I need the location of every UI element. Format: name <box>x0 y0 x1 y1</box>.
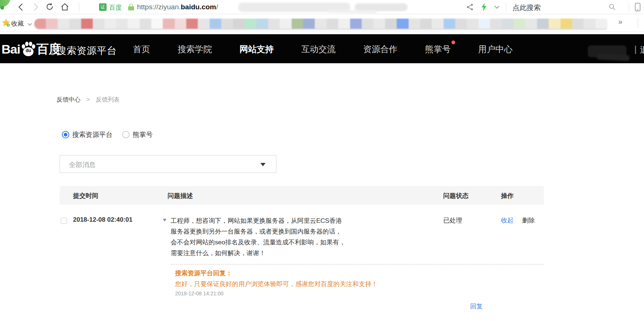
logo-divider: | <box>51 45 54 56</box>
reply-link[interactable]: 回复 <box>470 302 483 311</box>
browser-logo-dot <box>0 6 4 10</box>
nav-item-搜索学院[interactable]: 搜索学院 <box>178 44 212 55</box>
bookmarks-bar: 收藏 » <box>0 15 644 32</box>
col-question: 问题描述 <box>168 192 193 200</box>
share-icon[interactable] <box>466 3 475 12</box>
dropdown-selected-value: 全部消息 <box>69 160 96 169</box>
baidu-logo-latin: Bai <box>1 42 20 57</box>
search-icon[interactable] <box>608 3 617 12</box>
user-divider: | <box>634 44 637 54</box>
dropdown-caret-icon <box>260 163 266 166</box>
chevron-down-icon[interactable] <box>25 20 34 29</box>
nav-item-资源合作[interactable]: 资源合作 <box>363 44 397 55</box>
chevron-down-icon[interactable] <box>492 3 501 12</box>
bookmarks-overflow-chevron[interactable]: » <box>618 17 622 26</box>
row-checkbox[interactable] <box>61 218 67 224</box>
platform-radio-group: 搜索资源平台 熊掌号 <box>62 130 159 139</box>
collapse-triangle-icon[interactable] <box>163 219 166 222</box>
reply-timestamp: 2018-12-08 14:21:00 <box>175 290 223 296</box>
table-header: 提交时间 问题描述 问题状态 操作 <box>60 186 544 205</box>
search-input[interactable]: 点此搜索 <box>513 3 541 13</box>
nav-item-首页[interactable]: 首页 <box>133 44 150 55</box>
site-navbar: Bai du 百度 | 搜索资源平台 首页搜索学院网站支持互动交流资源合作熊掌号… <box>0 34 644 63</box>
reply-body: 您好，只要保证良好的用户浏览体验即可，感谢您对百度的关注和支持！ <box>175 280 378 288</box>
collapse-link[interactable]: 收起 <box>501 216 514 225</box>
favorites-label[interactable]: 收藏 <box>11 19 24 28</box>
nav-item-网站支持[interactable]: 网站支持 <box>239 44 274 55</box>
mobile-phone-icon[interactable] <box>633 3 642 12</box>
radio-xiongzhang-label[interactable]: 熊掌号 <box>133 130 153 139</box>
cert-badge-icon[interactable]: 证 <box>99 3 107 11</box>
reply-divider <box>171 264 544 264</box>
toolbar-divider <box>79 3 79 11</box>
delete-link[interactable]: 删除 <box>522 216 535 225</box>
breadcrumb-feedback-list: 反馈列表 <box>96 96 120 103</box>
message-type-dropdown[interactable]: 全部消息 <box>60 155 276 173</box>
radio-xiongzhang[interactable] <box>122 131 130 138</box>
url-redaction <box>355 3 407 11</box>
back-icon[interactable] <box>16 3 25 12</box>
toolbar-divider <box>629 3 629 11</box>
col-submit-time: 提交时间 <box>73 192 98 200</box>
question-text: 工程师，想咨询下，网站如果更换服务器，从阿里云ECS香港 服务器更换到另外一台服… <box>171 215 345 259</box>
platform-name[interactable]: 搜索资源平台 <box>57 44 117 57</box>
radio-search-platform[interactable] <box>62 131 69 138</box>
url-domain: baidu.com <box>181 3 216 11</box>
favorites-star-icon[interactable] <box>1 18 10 27</box>
browser-toolbar: 证 百度 https://ziyuan.baidu.com/ 点此搜索 <box>0 0 644 14</box>
breadcrumb-separator: > <box>86 96 90 103</box>
col-actions: 操作 <box>501 192 514 200</box>
breadcrumb: 反馈中心>反馈列表 <box>57 96 120 104</box>
nav-item-熊掌号[interactable]: 熊掌号 <box>425 44 451 55</box>
refresh-icon[interactable] <box>45 3 54 12</box>
url-address[interactable]: https://ziyuan.baidu.com/ <box>137 3 218 11</box>
submit-time: 2018-12-08 02:40:01 <box>73 216 133 224</box>
site-name-label[interactable]: 百度 <box>109 3 122 12</box>
baidu-paw-icon: du <box>21 42 36 57</box>
logout-link-partial[interactable]: 退 <box>640 45 644 56</box>
nav-item-互动交流[interactable]: 互动交流 <box>301 44 336 55</box>
lightning-icon[interactable] <box>480 3 489 12</box>
status-badge: 已处理 <box>443 216 462 225</box>
url-protocol: https://ziyuan. <box>137 3 181 11</box>
https-lock-icon[interactable] <box>128 4 134 10</box>
nav-items: 首页搜索学院网站支持互动交流资源合作熊掌号用户中心 <box>133 44 513 55</box>
forward-icon[interactable] <box>31 3 40 12</box>
baidu-paw-text: du <box>26 48 31 53</box>
nav-item-用户中心[interactable]: 用户中心 <box>478 44 513 55</box>
bookmarks-redacted-strip <box>34 19 607 29</box>
bookmarks-divider <box>638 17 638 28</box>
radio-search-platform-label[interactable]: 搜索资源平台 <box>72 130 112 139</box>
notification-dot <box>451 41 455 44</box>
col-status: 问题状态 <box>443 192 469 200</box>
breadcrumb-feedback-center[interactable]: 反馈中心 <box>57 96 80 103</box>
home-icon[interactable] <box>60 3 69 12</box>
url-path: / <box>216 3 218 11</box>
toolbar-divider <box>506 3 506 11</box>
reply-title: 搜索资源平台回复： <box>175 269 232 277</box>
feedback-page: 反馈中心>反馈列表 搜索资源平台 熊掌号 全部消息 提交时间 问题描述 问题状态… <box>0 63 644 321</box>
